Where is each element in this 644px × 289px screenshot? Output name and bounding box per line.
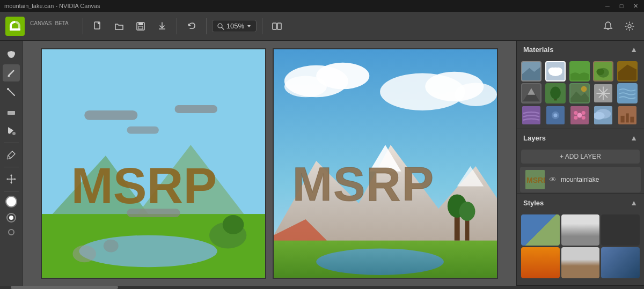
material-landscape[interactable] xyxy=(521,61,541,81)
notifications-button[interactable] xyxy=(599,17,617,35)
export-button[interactable] xyxy=(153,17,171,35)
material-overcast[interactable] xyxy=(593,105,613,125)
undo-button[interactable] xyxy=(182,17,201,35)
styles-collapse-button[interactable]: ▲ xyxy=(630,198,638,207)
svg-point-75 xyxy=(553,113,557,117)
material-cloud[interactable] xyxy=(545,61,566,81)
layer-name-label: mountainlake xyxy=(561,176,635,183)
style-item-1[interactable] xyxy=(521,214,560,246)
svg-text:MSRP: MSRP xyxy=(526,176,545,184)
material-flowers[interactable] xyxy=(569,105,590,125)
render-canvas[interactable]: MSRP MSRP xyxy=(274,49,497,278)
new-file-button[interactable] xyxy=(89,17,107,35)
svg-point-42 xyxy=(316,248,444,275)
materials-title: Materials xyxy=(523,46,553,54)
close-button[interactable]: ✕ xyxy=(631,3,640,10)
eraser-tool[interactable] xyxy=(3,103,20,120)
layers-header: Layers ▲ xyxy=(517,129,644,146)
materials-header: Materials ▲ xyxy=(517,41,644,58)
sketch-canvas[interactable]: MSRP xyxy=(42,49,265,278)
styles-header: Styles ▲ xyxy=(517,194,644,211)
brush-size-large[interactable] xyxy=(6,213,16,223)
styles-title: Styles xyxy=(523,199,544,207)
style-item-3[interactable] xyxy=(601,214,640,246)
material-water-lines[interactable] xyxy=(617,83,638,103)
maximize-button[interactable]: □ xyxy=(617,3,626,10)
style-item-4[interactable] xyxy=(521,247,560,278)
nvidia-logo xyxy=(5,17,25,36)
material-scene[interactable] xyxy=(569,83,590,103)
move-tool[interactable] xyxy=(3,171,20,188)
svg-rect-3 xyxy=(138,23,143,25)
style-item-2[interactable] xyxy=(561,214,600,246)
svg-rect-7 xyxy=(277,23,281,29)
svg-point-66 xyxy=(550,86,561,99)
material-dirt[interactable] xyxy=(617,61,638,81)
material-shrub[interactable] xyxy=(593,61,613,81)
horizontal-scrollbar[interactable] xyxy=(0,286,644,289)
svg-point-15 xyxy=(12,132,16,135)
svg-rect-23 xyxy=(127,126,158,134)
svg-point-26 xyxy=(104,239,119,252)
svg-point-36 xyxy=(455,83,497,106)
layer-visibility-icon[interactable]: 👁 xyxy=(549,175,557,184)
scrollbar-thumb[interactable] xyxy=(11,286,118,289)
svg-point-69 xyxy=(581,86,587,92)
material-snow[interactable] xyxy=(593,83,613,103)
layers-section: Layers ▲ + ADD LAYER MSRP 👁 mountainlake xyxy=(517,129,644,194)
toolbar-separator-1 xyxy=(83,18,83,34)
app-title: CANVAS BETA xyxy=(30,20,69,32)
line-tool[interactable] xyxy=(3,84,20,101)
add-layer-button[interactable]: + ADD LAYER xyxy=(521,150,640,164)
material-tree[interactable] xyxy=(545,83,566,103)
svg-point-78 xyxy=(574,111,577,115)
brush-size-controls xyxy=(6,213,16,235)
eyedropper-tool[interactable] xyxy=(3,146,20,164)
fill-tool[interactable] xyxy=(3,122,20,139)
svg-text:MSRP: MSRP xyxy=(71,158,217,214)
svg-point-33 xyxy=(284,76,327,97)
material-mountain[interactable] xyxy=(521,83,541,103)
svg-rect-22 xyxy=(175,105,217,113)
settings-button[interactable] xyxy=(620,17,639,35)
material-water[interactable] xyxy=(545,105,566,125)
right-panel: Materials ▲ xyxy=(516,41,644,286)
toolbar-separator-4 xyxy=(262,18,262,34)
materials-section: Materials ▲ xyxy=(517,41,644,129)
svg-rect-0 xyxy=(10,28,20,31)
rendered-canvas-panel[interactable]: MSRP MSRP xyxy=(273,48,498,279)
canvas-area: MSRP xyxy=(23,41,516,286)
material-ruins[interactable] xyxy=(617,105,638,125)
svg-rect-87 xyxy=(626,113,629,122)
style-item-5[interactable] xyxy=(561,247,600,278)
cloud-brush-tool[interactable] xyxy=(3,45,20,62)
brush-tool[interactable] xyxy=(3,64,20,81)
svg-rect-6 xyxy=(273,23,276,29)
toolbar-separator-2 xyxy=(177,18,177,34)
window-title: mountain_lake.can - NVIDIA Canvas xyxy=(4,3,100,9)
material-grass[interactable] xyxy=(569,61,590,81)
open-file-button[interactable] xyxy=(110,17,128,35)
styles-section: Styles ▲ xyxy=(517,194,644,286)
layers-title: Layers xyxy=(523,134,546,142)
svg-point-8 xyxy=(628,25,631,28)
color-swatch[interactable] xyxy=(5,196,17,208)
toolbar-separator-3 xyxy=(206,18,207,34)
minimize-button[interactable]: ─ xyxy=(603,3,612,10)
zoom-control[interactable]: 105% xyxy=(212,20,257,32)
svg-point-54 xyxy=(554,68,562,73)
material-fog[interactable] xyxy=(521,105,541,125)
svg-point-12 xyxy=(10,51,13,54)
svg-point-58 xyxy=(597,69,604,76)
layers-collapse-button[interactable]: ▲ xyxy=(630,134,638,142)
save-file-button[interactable] xyxy=(131,17,150,35)
zoom-value: 105% xyxy=(226,22,244,30)
svg-rect-86 xyxy=(621,116,625,123)
brush-size-small[interactable] xyxy=(8,229,14,235)
sketch-canvas-panel[interactable]: MSRP xyxy=(41,48,266,279)
toggle-view-button[interactable] xyxy=(268,17,286,35)
layer-item-mountainlake[interactable]: MSRP 👁 mountainlake xyxy=(520,167,641,192)
materials-collapse-button[interactable]: ▲ xyxy=(630,45,638,54)
style-item-6[interactable] xyxy=(601,247,640,278)
window-controls: ─ □ ✕ xyxy=(603,3,640,10)
